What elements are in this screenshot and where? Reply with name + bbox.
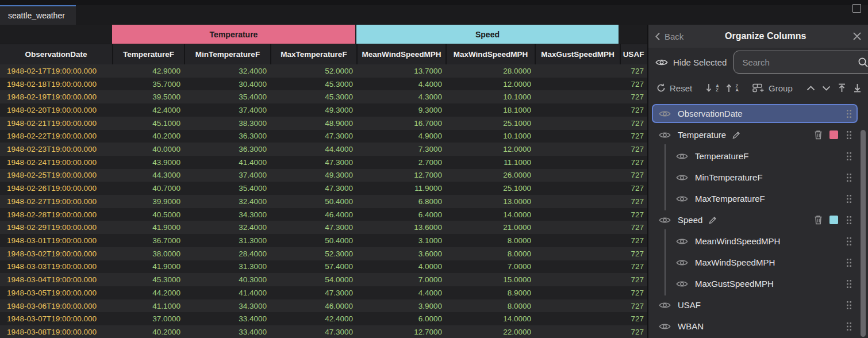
cell-value[interactable]: 49.3000 xyxy=(270,106,356,114)
cell-value[interactable]: 30.4000 xyxy=(184,80,270,89)
cell-value[interactable]: 12.0000 xyxy=(445,80,535,89)
cell-observationdate[interactable]: 1948-02-22T19:00:00.000 xyxy=(0,132,112,140)
group-button[interactable]: Group xyxy=(752,83,793,93)
cell-observationdate[interactable]: 1948-02-29T19:00:00.000 xyxy=(0,223,112,232)
cell-value[interactable]: 38.0000 xyxy=(112,249,184,258)
table-row[interactable]: 1948-02-25T19:00:00.00044.300037.400049.… xyxy=(0,169,647,182)
cell-value[interactable]: 47.3000 xyxy=(270,184,356,193)
cell-value[interactable]: 8.0000 xyxy=(445,236,535,245)
cell-value[interactable]: 47.3000 xyxy=(270,158,356,167)
panel-scrollbar[interactable] xyxy=(861,130,866,337)
cell-value[interactable]: 7.0000 xyxy=(356,275,445,284)
cell-value[interactable]: 12.0000 xyxy=(445,145,535,153)
cell-value[interactable]: 16.7000 xyxy=(356,119,445,128)
drag-handle[interactable] xyxy=(846,279,852,289)
cell-value[interactable]: 48.9000 xyxy=(270,119,356,128)
cell-observationdate[interactable]: 1948-03-08T19:00:00.000 xyxy=(0,328,112,336)
sort-desc-button[interactable]: ZA xyxy=(726,83,739,93)
table-row[interactable]: 1948-02-29T19:00:00.00041.900032.400047.… xyxy=(0,221,647,234)
cell-value[interactable]: 52.3000 xyxy=(270,249,356,258)
column-list-item-wban[interactable]: WBAN xyxy=(652,317,858,336)
cell-value[interactable]: 3.9000 xyxy=(356,302,445,310)
cell-value[interactable]: 727 xyxy=(620,158,647,167)
cell-value[interactable]: 4.4000 xyxy=(356,289,445,297)
cell-value[interactable]: 4.9000 xyxy=(356,132,445,140)
column-list-item-mintemperaturef[interactable]: MinTemperatureF xyxy=(652,168,858,187)
group-header-temperature[interactable]: Temperature xyxy=(112,25,355,44)
cell-value[interactable]: 31.3000 xyxy=(184,262,270,271)
cell-value[interactable]: 25.1000 xyxy=(445,184,535,193)
cell-value[interactable]: 44.4000 xyxy=(270,145,356,153)
drag-handle[interactable] xyxy=(846,301,852,310)
cell-value[interactable]: 39.5000 xyxy=(112,93,184,101)
column-header-maxgustspeedmph[interactable]: MaxGustSpeedMPH xyxy=(535,44,620,64)
cell-value[interactable]: 727 xyxy=(620,302,647,310)
drag-handle[interactable] xyxy=(846,152,852,161)
cell-value[interactable]: 4.3000 xyxy=(356,93,445,101)
cell-value[interactable]: 11.1000 xyxy=(445,158,535,167)
cell-value[interactable]: 38.3000 xyxy=(184,119,270,128)
cell-value[interactable]: 727 xyxy=(620,119,647,128)
maximize-icon[interactable] xyxy=(852,4,861,13)
cell-value[interactable]: 47.3000 xyxy=(270,289,356,297)
rename-group-button[interactable] xyxy=(708,216,717,225)
cell-value[interactable]: 13.7000 xyxy=(356,67,445,75)
cell-value[interactable]: 41.4000 xyxy=(184,158,270,167)
column-list-item-maxtemperaturef[interactable]: MaxTemperatureF xyxy=(652,189,858,208)
move-up-button[interactable] xyxy=(806,86,815,91)
cell-observationdate[interactable]: 1948-03-04T19:00:00.000 xyxy=(0,275,112,284)
cell-value[interactable]: 47.3000 xyxy=(270,328,356,336)
cell-observationdate[interactable]: 1948-03-03T19:00:00.000 xyxy=(0,262,112,271)
column-list-item-usaf[interactable]: USAF xyxy=(652,295,858,314)
cell-observationdate[interactable]: 1948-02-17T19:00:00.000 xyxy=(0,67,112,75)
column-header-maxwindspeedmph[interactable]: MaxWindSpeedMPH xyxy=(445,44,535,64)
column-header-observationdate[interactable]: ObservationDate xyxy=(0,44,112,64)
column-list-item-temperaturef[interactable]: TemperatureF xyxy=(652,147,858,166)
cell-value[interactable]: 15.0000 xyxy=(445,275,535,284)
cell-observationdate[interactable]: 1948-02-24T19:00:00.000 xyxy=(0,158,112,167)
cell-value[interactable]: 727 xyxy=(620,249,647,258)
column-header-mintemperaturef[interactable]: MinTemperatureF xyxy=(184,44,270,64)
cell-value[interactable]: 6.8000 xyxy=(356,197,445,206)
column-list-item-maxwindspeedmph[interactable]: MaxWindSpeedMPH xyxy=(652,253,858,272)
tab-seattle-weather[interactable]: seattle_weather xyxy=(0,5,76,25)
cell-value[interactable]: 33.4000 xyxy=(184,314,270,323)
cell-value[interactable]: 727 xyxy=(620,184,647,193)
cell-value[interactable]: 727 xyxy=(620,145,647,153)
cell-value[interactable]: 34.3000 xyxy=(184,210,270,219)
cell-observationdate[interactable]: 1948-03-01T19:00:00.000 xyxy=(0,236,112,245)
cell-observationdate[interactable]: 1948-02-23T19:00:00.000 xyxy=(0,145,112,153)
cell-value[interactable]: 14.0000 xyxy=(445,210,535,219)
close-icon[interactable] xyxy=(853,32,861,40)
table-row[interactable]: 1948-03-05T19:00:00.00044.200041.400047.… xyxy=(0,286,647,299)
cell-value[interactable]: 22.0000 xyxy=(445,328,535,336)
cell-value[interactable]: 727 xyxy=(620,210,647,219)
cell-value[interactable]: 727 xyxy=(620,328,647,336)
cell-value[interactable]: 37.4000 xyxy=(184,106,270,114)
table-row[interactable]: 1948-03-02T19:00:00.00038.000028.400052.… xyxy=(0,247,647,260)
cell-value[interactable]: 21.0000 xyxy=(445,223,535,232)
cell-value[interactable]: 727 xyxy=(620,93,647,101)
cell-observationdate[interactable]: 1948-03-02T19:00:00.000 xyxy=(0,249,112,258)
group-color-swatch[interactable] xyxy=(829,130,838,139)
cell-value[interactable]: 39.9000 xyxy=(112,197,184,206)
table-row[interactable]: 1948-02-27T19:00:00.00039.900032.400050.… xyxy=(0,195,647,208)
cell-value[interactable]: 11.9000 xyxy=(356,184,445,193)
cell-value[interactable]: 35.7000 xyxy=(112,80,184,89)
cell-value[interactable]: 35.4000 xyxy=(184,93,270,101)
cell-value[interactable]: 40.0000 xyxy=(112,145,184,153)
cell-observationdate[interactable]: 1948-02-26T19:00:00.000 xyxy=(0,184,112,193)
cell-value[interactable]: 42.9000 xyxy=(112,67,184,75)
cell-value[interactable]: 9.3000 xyxy=(356,106,445,114)
cell-value[interactable]: 41.9000 xyxy=(112,223,184,232)
cell-value[interactable]: 6.0000 xyxy=(356,314,445,323)
cell-value[interactable]: 31.3000 xyxy=(184,236,270,245)
cell-value[interactable]: 28.0000 xyxy=(445,67,535,75)
table-row[interactable]: 1948-02-21T19:00:00.00045.100038.300048.… xyxy=(0,117,647,130)
cell-value[interactable]: 13.0000 xyxy=(445,197,535,206)
cell-value[interactable]: 40.5000 xyxy=(112,210,184,219)
cell-value[interactable]: 50.4000 xyxy=(270,236,356,245)
cell-value[interactable]: 37.4000 xyxy=(184,171,270,179)
cell-value[interactable]: 45.1000 xyxy=(112,119,184,128)
cell-value[interactable]: 44.2000 xyxy=(112,289,184,297)
